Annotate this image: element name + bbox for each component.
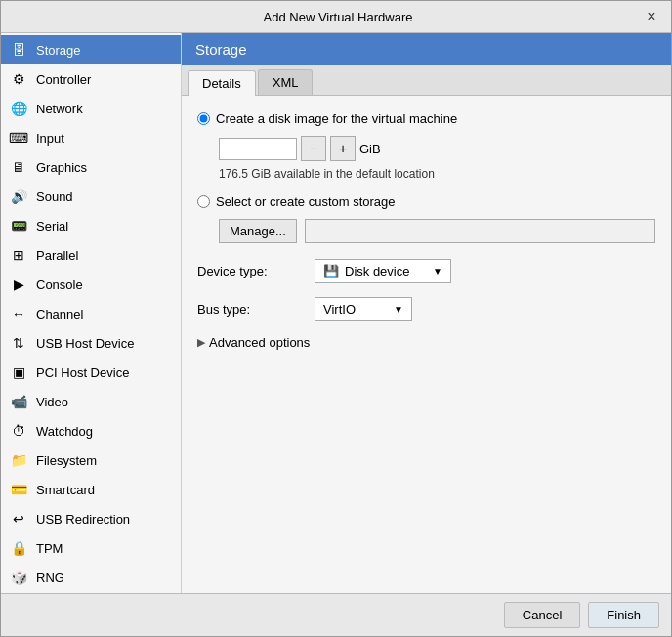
custom-storage-label[interactable]: Select or create custom storage xyxy=(216,194,396,209)
fs-icon: 📁 xyxy=(9,450,28,470)
video-icon: 📹 xyxy=(9,392,28,411)
disk-size-row: 10.0 − + GiB xyxy=(219,136,655,161)
sidebar-item-network[interactable]: 🌐Network xyxy=(1,94,181,123)
decrease-size-button[interactable]: − xyxy=(301,136,326,161)
sidebar-label-storage: Storage xyxy=(36,43,81,58)
usb-icon: ⇅ xyxy=(9,333,28,353)
sidebar-label-graphics: Graphics xyxy=(36,160,87,175)
main-panel: Storage Details XML Create a disk image … xyxy=(182,33,671,593)
storage-panel-content: Create a disk image for the virtual mach… xyxy=(182,96,671,593)
sidebar-item-video[interactable]: 📹Video xyxy=(1,387,181,416)
advanced-options-label: Advanced options xyxy=(209,335,310,350)
device-type-value: Disk device xyxy=(345,264,409,278)
bus-type-dropdown[interactable]: VirtIO ▼ xyxy=(315,297,412,321)
sidebar-item-channel[interactable]: ↔Channel xyxy=(1,299,181,328)
footer-bar: Cancel Finish xyxy=(1,593,671,636)
add-hardware-dialog: Add New Virtual Hardware × 🗄Storage⚙Cont… xyxy=(0,0,672,637)
sidebar: 🗄Storage⚙Controller🌐Network⌨Input🖥Graphi… xyxy=(1,33,182,593)
close-button[interactable]: × xyxy=(642,7,661,26)
sidebar-label-video: Video xyxy=(36,395,68,409)
sidebar-item-watchdog[interactable]: ⏱Watchdog xyxy=(1,416,181,446)
tab-details[interactable]: Details xyxy=(188,70,256,96)
sidebar-item-controller[interactable]: ⚙Controller xyxy=(1,64,181,94)
sidebar-item-tpm[interactable]: 🔒TPM xyxy=(1,533,181,563)
sidebar-item-console[interactable]: ▶Console xyxy=(1,270,181,299)
parallel-icon: ⊞ xyxy=(9,245,28,265)
channel-icon: ↔ xyxy=(9,304,28,323)
sidebar-item-graphics[interactable]: 🖥Graphics xyxy=(1,152,181,182)
bus-type-row: Bus type: VirtIO ▼ xyxy=(197,297,655,321)
title-bar: Add New Virtual Hardware × xyxy=(1,1,671,33)
cancel-button[interactable]: Cancel xyxy=(504,602,580,628)
sidebar-label-channel: Channel xyxy=(36,307,83,321)
increase-size-button[interactable]: + xyxy=(330,136,356,161)
bus-type-arrow-icon: ▼ xyxy=(394,304,403,315)
bus-type-value: VirtIO xyxy=(323,302,356,317)
watchdog-icon: ⏱ xyxy=(9,421,28,441)
finish-button[interactable]: Finish xyxy=(588,602,659,628)
rng-icon: 🎲 xyxy=(9,568,28,587)
device-type-row: Device type: 💾 Disk device ▼ xyxy=(197,259,655,283)
sidebar-label-network: Network xyxy=(36,102,83,116)
advanced-triangle-icon: ▶ xyxy=(197,336,205,349)
sidebar-item-smartcard[interactable]: 💳Smartcard xyxy=(1,475,181,504)
device-type-icon: 💾 xyxy=(323,264,339,278)
sidebar-item-sound[interactable]: 🔊Sound xyxy=(1,182,181,211)
sidebar-label-input: Input xyxy=(36,131,64,146)
sidebar-item-usb-host[interactable]: ⇅USB Host Device xyxy=(1,328,181,358)
available-space-text: 176.5 GiB available in the default locat… xyxy=(219,167,655,181)
kbd-icon: ⌨ xyxy=(9,128,28,148)
sidebar-label-usb-host: USB Host Device xyxy=(36,336,134,351)
redir-icon: ↩ xyxy=(9,509,28,529)
sidebar-item-pci-host[interactable]: ▣PCI Host Device xyxy=(1,358,181,387)
device-type-dropdown[interactable]: 💾 Disk device ▼ xyxy=(315,259,451,283)
sidebar-item-rng[interactable]: 🎲RNG xyxy=(1,563,181,592)
sidebar-label-sound: Sound xyxy=(36,190,73,204)
custom-storage-row: Select or create custom storage xyxy=(197,194,655,209)
disk-size-input[interactable]: 10.0 xyxy=(219,138,297,160)
sidebar-item-filesystem[interactable]: 📁Filesystem xyxy=(1,446,181,475)
custom-storage-radio[interactable] xyxy=(197,195,210,208)
sidebar-label-serial: Serial xyxy=(36,219,68,234)
sidebar-label-filesystem: Filesystem xyxy=(36,453,97,468)
tpm-icon: 🔒 xyxy=(9,538,28,558)
storage-icon: 🗄 xyxy=(9,40,28,60)
sidebar-item-input[interactable]: ⌨Input xyxy=(1,123,181,152)
sidebar-item-usb-redir[interactable]: ↩USB Redirection xyxy=(1,504,181,533)
disk-unit-label: GiB xyxy=(359,142,381,156)
device-type-label: Device type: xyxy=(197,264,315,278)
custom-storage-path-input[interactable] xyxy=(305,219,655,243)
sidebar-label-parallel: Parallel xyxy=(36,248,78,263)
sidebar-label-usb-redir: USB Redirection xyxy=(36,512,130,527)
sidebar-label-rng: RNG xyxy=(36,571,64,585)
content-area: 🗄Storage⚙Controller🌐Network⌨Input🖥Graphi… xyxy=(1,33,671,593)
sidebar-label-controller: Controller xyxy=(36,72,91,87)
advanced-options-row[interactable]: ▶ Advanced options xyxy=(197,335,655,350)
create-disk-radio[interactable] xyxy=(197,112,210,125)
sidebar-label-watchdog: Watchdog xyxy=(36,424,93,439)
speaker-icon: 🔊 xyxy=(9,187,28,206)
create-disk-row: Create a disk image for the virtual mach… xyxy=(197,111,655,126)
device-type-arrow-icon: ▼ xyxy=(433,266,442,276)
sidebar-label-tpm: TPM xyxy=(36,541,63,556)
monitor-icon: 🖥 xyxy=(9,157,28,177)
terminal-icon: ▶ xyxy=(9,275,28,294)
pci-icon: ▣ xyxy=(9,362,28,382)
serial-icon: 📟 xyxy=(9,216,28,235)
dialog-title: Add New Virtual Hardware xyxy=(34,10,642,24)
controller-icon: ⚙ xyxy=(9,69,28,89)
bus-type-label: Bus type: xyxy=(197,302,315,317)
manage-button[interactable]: Manage... xyxy=(219,219,297,243)
card-icon: 💳 xyxy=(9,480,28,499)
panel-header: Storage xyxy=(182,33,671,65)
sidebar-item-storage[interactable]: 🗄Storage xyxy=(1,35,181,64)
manage-row: Manage... xyxy=(219,219,655,243)
sidebar-label-console: Console xyxy=(36,277,83,292)
globe-icon: 🌐 xyxy=(9,99,28,118)
sidebar-item-parallel[interactable]: ⊞Parallel xyxy=(1,240,181,270)
sidebar-item-serial[interactable]: 📟Serial xyxy=(1,211,181,240)
sidebar-label-smartcard: Smartcard xyxy=(36,483,95,497)
create-disk-label[interactable]: Create a disk image for the virtual mach… xyxy=(216,111,457,126)
tabs-bar: Details XML xyxy=(182,65,671,96)
tab-xml[interactable]: XML xyxy=(258,69,314,95)
